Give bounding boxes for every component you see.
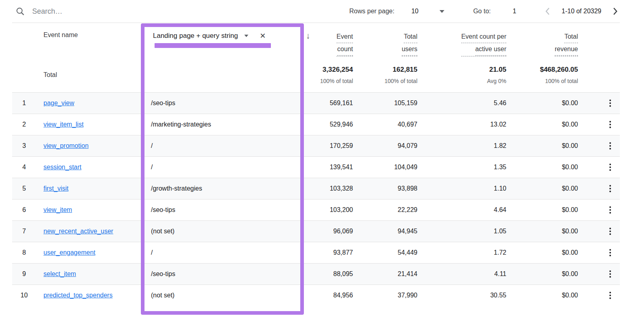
totals-row-label: Total	[43, 71, 57, 79]
total-users-value: 37,990	[353, 292, 417, 299]
row-number: 3	[12, 142, 36, 150]
table-row: 10 predicted_top_spenders (not set) 84,9…	[12, 285, 620, 306]
total-revenue-value: $0.00	[506, 164, 578, 171]
total-revenue-value: $0.00	[506, 142, 578, 150]
close-icon[interactable]: ✕	[260, 32, 266, 39]
pager: 1-10 of 20329	[545, 7, 618, 16]
event-name-link[interactable]: user_engagement	[43, 249, 95, 256]
table-row: 5 first_visit /growth-strategies 103,328…	[12, 178, 620, 199]
pagination-range: 1-10 of 20329	[561, 8, 601, 15]
total-users-value: 54,449	[353, 249, 417, 256]
total-users-value: 94,079	[353, 142, 417, 150]
event-count-value: 84,956	[298, 292, 353, 299]
total-revenue-value: $0.00	[506, 121, 578, 128]
row-menu-kebab-icon[interactable]	[607, 226, 613, 237]
total-revenue: $468,260.05 100% of total	[540, 66, 578, 84]
search-icon	[15, 6, 25, 16]
row-menu-kebab-icon[interactable]	[607, 290, 613, 301]
total-event-count: 3,326,254 100% of total	[320, 66, 353, 84]
table-row: 9 select_item /seo-tips 88,095 21,414 4.…	[12, 263, 620, 285]
dimension-value: /	[137, 249, 298, 256]
event-name-link[interactable]: select_item	[43, 270, 76, 277]
row-menu-kebab-icon[interactable]	[607, 98, 613, 108]
column-header-event-name[interactable]: Event name	[43, 31, 78, 39]
event-count-per-user-value: 30.55	[417, 292, 506, 299]
row-menu-kebab-icon[interactable]	[607, 269, 613, 279]
row-menu-kebab-icon[interactable]	[607, 205, 613, 215]
event-name-link[interactable]: session_start	[43, 164, 81, 170]
table-toolbar: Rows per page: 10 Go to: 1-10 of 20329	[12, 0, 620, 23]
dimension-value: /	[137, 142, 298, 150]
secondary-dimension-label[interactable]: Landing page + query string	[153, 32, 238, 40]
column-header-event-count-per-active-user[interactable]: Event count per active user	[461, 31, 506, 56]
total-revenue-value: $0.00	[506, 100, 578, 107]
table-row: 3 view_promotion / 170,259 94,079 1.82 $…	[12, 135, 620, 156]
event-name-link[interactable]: view_item	[43, 206, 72, 213]
rows-per-page-select[interactable]: 10	[411, 8, 444, 15]
next-page-button[interactable]	[612, 7, 618, 16]
dimension-value: /seo-tips	[137, 100, 298, 107]
row-number: 9	[12, 270, 36, 278]
chevron-down-icon	[440, 10, 444, 13]
event-count-value: 170,259	[298, 142, 353, 150]
event-name-link[interactable]: view_item_list	[43, 121, 84, 128]
total-revenue-value: $0.00	[506, 249, 578, 256]
event-count-per-user-value: 13.02	[417, 121, 506, 128]
chevron-down-icon[interactable]	[244, 35, 248, 37]
dimension-value: (not set)	[137, 228, 298, 235]
event-count-per-user-value: 1.72	[417, 249, 506, 256]
secondary-dimension-control: Landing page + query string ✕	[153, 32, 266, 40]
previous-page-button[interactable]	[545, 7, 551, 16]
dimension-value: (not set)	[137, 292, 298, 299]
total-users-value: 21,414	[353, 270, 417, 278]
row-menu-kebab-icon[interactable]	[607, 119, 613, 130]
row-number: 2	[12, 121, 36, 128]
total-event-count-per-active-user: 21.05 Avg 0%	[487, 66, 506, 84]
rows-per-page-label: Rows per page:	[349, 8, 394, 15]
rows-per-page-value: 10	[411, 8, 419, 15]
table-search[interactable]	[12, 6, 153, 16]
row-number: 1	[12, 100, 36, 107]
event-count-per-user-value: 1.35	[417, 164, 506, 171]
table-row: 4 session_start / 139,541 104,049 1.35 $…	[12, 156, 620, 178]
event-name-link[interactable]: page_view	[43, 100, 74, 106]
column-header-total-revenue[interactable]: Total revenue	[555, 31, 578, 56]
sort-descending-icon[interactable]: ↓	[306, 31, 310, 41]
event-count-per-user-value: 1.82	[417, 142, 506, 150]
event-name-link[interactable]: view_promotion	[43, 142, 89, 149]
total-users-value: 94,945	[353, 228, 417, 235]
go-to-page-input[interactable]	[509, 8, 520, 15]
row-number: 8	[12, 249, 36, 256]
row-menu-kebab-icon[interactable]	[607, 141, 613, 151]
table-row: 8 user_engagement / 93,877 54,449 1.72 $…	[12, 242, 620, 263]
row-menu-kebab-icon[interactable]	[607, 247, 613, 258]
total-users-value: 105,159	[353, 100, 417, 107]
go-to-label: Go to:	[473, 8, 491, 15]
row-menu-kebab-icon[interactable]	[607, 162, 613, 172]
event-name-link[interactable]: new_recent_active_user	[43, 228, 113, 235]
event-count-value: 103,328	[298, 185, 353, 192]
dimension-value: /seo-tips	[137, 270, 298, 278]
row-number: 6	[12, 206, 36, 214]
column-header-total-users[interactable]: Total users	[402, 31, 417, 56]
row-number: 5	[12, 185, 36, 192]
column-header-event-count[interactable]: Event count	[336, 31, 353, 56]
dimension-value: /marketing-strategies	[137, 121, 298, 128]
event-count-value: 93,877	[298, 249, 353, 256]
total-revenue-value: $0.00	[506, 270, 578, 278]
row-number: 7	[12, 228, 36, 235]
pagination-controls: Rows per page: 10 Go to: 1-10 of 20329	[349, 7, 620, 16]
table-row: 7 new_recent_active_user (not set) 96,06…	[12, 220, 620, 242]
event-count-per-user-value: 1.10	[417, 185, 506, 192]
total-revenue-value: $0.00	[506, 206, 578, 214]
search-input[interactable]	[32, 7, 153, 16]
table-row: 2 view_item_list /marketing-strategies 5…	[12, 114, 620, 135]
row-number: 10	[12, 292, 36, 299]
row-menu-kebab-icon[interactable]	[607, 183, 613, 194]
event-name-link[interactable]: predicted_top_spenders	[43, 292, 113, 299]
event-count-value: 96,069	[298, 228, 353, 235]
event-count-per-user-value: 4.11	[417, 270, 506, 278]
event-name-link[interactable]: first_visit	[43, 185, 68, 192]
event-count-per-user-value: 1.05	[417, 228, 506, 235]
total-users: 162,815 100% of total	[384, 66, 417, 84]
